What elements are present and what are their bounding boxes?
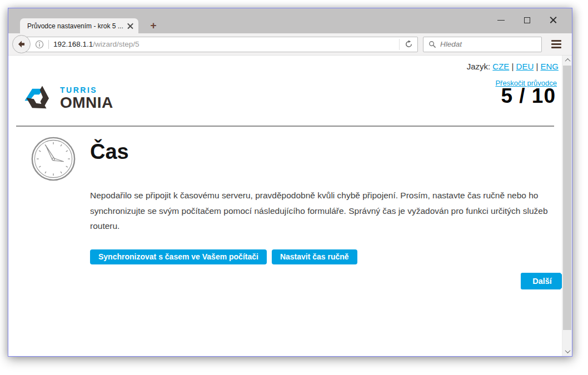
page-title: Čas <box>90 140 129 164</box>
language-label: Jazyk: <box>467 62 491 71</box>
back-arrow-icon <box>17 39 26 49</box>
logo-brand-turris: TURRIS <box>60 86 113 94</box>
search-icon <box>428 41 436 48</box>
set-time-manually-button[interactable]: Nastavit čas ručně <box>272 249 357 264</box>
minimize-icon <box>497 20 505 21</box>
next-step-button[interactable]: Další <box>521 273 560 289</box>
close-button[interactable] <box>540 12 566 28</box>
action-buttons: Synchronizovat s časem ve Vašem počítači… <box>90 249 357 264</box>
new-tab-button[interactable]: + <box>146 19 161 33</box>
description-text: Nepodařilo se připojit k časovému server… <box>90 188 556 234</box>
scroll-up-button[interactable] <box>562 56 572 65</box>
tab-close-icon[interactable] <box>127 23 133 29</box>
navigation-toolbar: 192.168.1.1/wizard/step/5 <box>8 33 572 56</box>
info-icon[interactable] <box>35 40 44 49</box>
back-button[interactable] <box>12 35 31 53</box>
language-selector: Jazyk: CZE | DEU | ENG <box>467 62 559 71</box>
page-viewport: Jazyk: CZE | DEU | ENG Přeskočit průvodc… <box>8 56 572 356</box>
url-path: /wizard/step/5 <box>93 40 139 48</box>
clock-icon <box>31 136 76 184</box>
language-link-deu[interactable]: DEU <box>516 62 534 71</box>
sync-time-button[interactable]: Synchronizovat s časem ve Vašem počítači <box>90 249 267 264</box>
header-divider <box>16 126 554 127</box>
url-host: 192.168.1.1 <box>53 40 93 48</box>
address-bar[interactable]: 192.168.1.1/wizard/step/5 <box>23 37 418 52</box>
browser-window: Průvodce nastavením - krok 5 ... + 192.1… <box>8 8 572 357</box>
tab-title: Průvodce nastavením - krok 5 ... <box>27 22 123 30</box>
page-scrollbar[interactable] <box>562 56 572 356</box>
step-indicator: 5 / 10 <box>501 84 556 108</box>
language-link-cze[interactable]: CZE <box>492 62 509 71</box>
reload-icon <box>405 40 413 48</box>
window-controls <box>488 12 566 28</box>
search-bar[interactable] <box>423 37 542 52</box>
turris-omnia-logo: TURRIS OMNIA <box>21 81 113 116</box>
title-bar: Průvodce nastavením - krok 5 ... + <box>8 8 572 33</box>
minimize-button[interactable] <box>488 12 514 28</box>
menu-button[interactable] <box>546 36 566 53</box>
maximize-icon <box>524 17 530 23</box>
hamburger-icon <box>551 40 561 42</box>
logo-brand-omnia: OMNIA <box>60 94 113 111</box>
scrollbar-thumb[interactable] <box>563 66 571 330</box>
turris-logo-icon <box>21 81 55 116</box>
scroll-down-button[interactable] <box>562 347 572 356</box>
chevron-up-icon <box>565 58 570 64</box>
chevron-down-icon <box>565 348 570 353</box>
close-icon <box>550 17 557 24</box>
maximize-button[interactable] <box>514 12 540 28</box>
search-input[interactable] <box>440 40 536 48</box>
reload-button[interactable] <box>400 37 417 52</box>
browser-tab[interactable]: Průvodce nastavením - krok 5 ... <box>20 18 138 33</box>
address-separator <box>48 40 49 49</box>
language-link-eng[interactable]: ENG <box>540 62 559 71</box>
next-step-label: Další <box>521 273 560 289</box>
